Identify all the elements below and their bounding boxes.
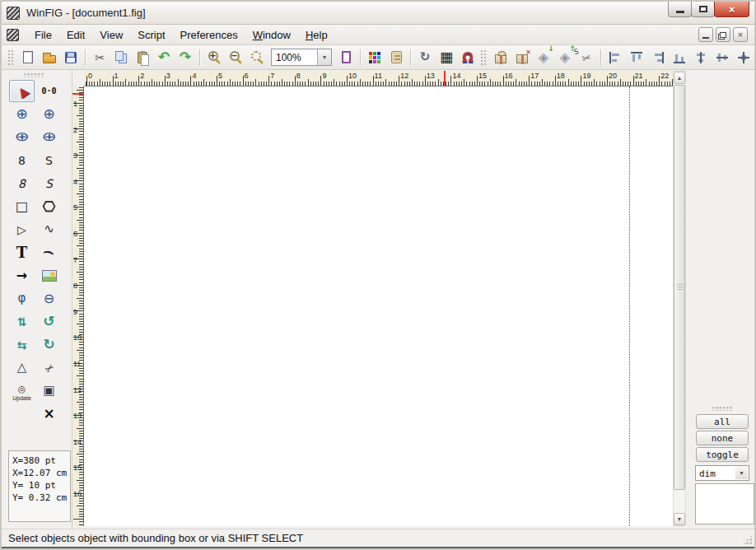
- align-right-button[interactable]: [648, 48, 668, 68]
- grid-button[interactable]: ▦: [436, 48, 456, 68]
- align-left-button[interactable]: [605, 48, 625, 68]
- tool-chord[interactable]: ⊖: [36, 287, 62, 310]
- menu-file[interactable]: File: [27, 26, 59, 44]
- merge-button[interactable]: ◈: [534, 48, 553, 68]
- menu-help[interactable]: Help: [298, 26, 335, 44]
- tool-scale[interactable]: △: [9, 357, 35, 379]
- restore-button[interactable]: [691, 2, 715, 17]
- align-bottom-button[interactable]: [670, 48, 689, 68]
- combo-arrow-icon[interactable]: ▼: [317, 49, 331, 65]
- align-center-both-button[interactable]: [734, 48, 754, 68]
- menu-script[interactable]: Script: [130, 26, 172, 44]
- tool-delete[interactable]: ×: [36, 403, 62, 425]
- tool-circle-by-radius[interactable]: ⊕: [9, 103, 35, 125]
- palette-drag-handle[interactable]: [23, 72, 44, 77]
- tool-flip-horizontal[interactable]: ⇆: [9, 333, 35, 356]
- layer-panel-drag-handle[interactable]: [712, 406, 733, 411]
- open-bezier-icon: S: [41, 175, 58, 192]
- tool-glue[interactable]: 0·0: [36, 80, 62, 102]
- resize-grip[interactable]: [742, 534, 753, 545]
- menu-preferences[interactable]: Preferences: [173, 26, 245, 44]
- tool-ellipse-by-radius[interactable]: ⊕: [9, 126, 35, 148]
- new-document-button[interactable]: [18, 48, 38, 68]
- tool-tangent[interactable]: φ: [9, 287, 35, 310]
- align-top-button[interactable]: [627, 48, 646, 68]
- paste-button[interactable]: [133, 48, 152, 68]
- tool-open-polyline[interactable]: ∿: [36, 218, 62, 240]
- layer-mode-dropdown[interactable]: dim ▼: [695, 465, 749, 481]
- depth-button[interactable]: [386, 48, 406, 68]
- tool-edit[interactable]: ▣: [36, 380, 62, 402]
- palette-button[interactable]: [365, 48, 385, 68]
- zoom-level-combo[interactable]: 100% ▼: [271, 49, 332, 66]
- vertical-scrollbar[interactable]: ▲ ▼: [673, 71, 686, 526]
- scroll-down-button[interactable]: ▼: [674, 513, 685, 525]
- tool-circle-by-diameter[interactable]: ⊕: [36, 103, 62, 125]
- toolbar-drag-handle[interactable]: [480, 49, 487, 66]
- rectangle-icon: □: [14, 198, 30, 215]
- tool-open-bezier[interactable]: S: [36, 172, 62, 194]
- redo-button[interactable]: ↷: [175, 48, 195, 68]
- coordinate-line: X=380 pt: [12, 454, 70, 467]
- close-button[interactable]: ×: [714, 2, 749, 17]
- open-spline-icon: S: [41, 152, 58, 169]
- tool-rotate-cw[interactable]: ↻: [36, 333, 62, 356]
- tool-picture[interactable]: [36, 264, 62, 287]
- tool-arrow[interactable]: →: [9, 264, 35, 287]
- redraw-button[interactable]: ↻: [415, 48, 435, 68]
- layer-none-button[interactable]: none: [696, 431, 749, 445]
- toolbar-separator: [410, 49, 411, 66]
- zoom-marquee-button[interactable]: [247, 48, 267, 68]
- drawing-canvas[interactable]: [84, 86, 673, 526]
- dropdown-arrow-icon[interactable]: ▼: [735, 467, 748, 479]
- save-file-button[interactable]: [61, 48, 81, 68]
- layer-list[interactable]: [695, 483, 754, 524]
- tool-ellipse-by-diameter[interactable]: ⊕: [36, 126, 62, 148]
- tool-closed-bezier[interactable]: 8: [9, 172, 35, 194]
- tool-arc[interactable]: (: [36, 241, 62, 263]
- break-button[interactable]: ✂: [576, 48, 596, 68]
- menu-edit[interactable]: Edit: [59, 26, 92, 44]
- tool-closed-polyline[interactable]: ▷: [9, 218, 35, 240]
- tool-rectangle[interactable]: □: [9, 195, 35, 217]
- cut-button[interactable]: ✂: [90, 48, 110, 68]
- status-bar: Select objects object with bounding box …: [2, 529, 754, 547]
- minimize-button[interactable]: [668, 2, 692, 17]
- group-button[interactable]: [491, 48, 511, 68]
- tool-rotate-ccw[interactable]: ↺: [36, 310, 62, 333]
- align-center-v-button[interactable]: [712, 48, 732, 68]
- vruler-number: 2: [73, 126, 77, 134]
- mdi-close-button[interactable]: ×: [733, 27, 748, 42]
- toolbar-drag-handle[interactable]: [7, 49, 14, 66]
- winfig-window: WinFIG - [document1.fig] × FileEditViewS…: [0, 0, 756, 550]
- align-center-h-button[interactable]: [691, 48, 711, 68]
- tool-flip-vertical[interactable]: ⇅: [9, 310, 35, 333]
- zoom-out-button[interactable]: −: [226, 48, 245, 68]
- snap-button[interactable]: Ω: [458, 48, 478, 68]
- scrollbar-thumb[interactable]: [674, 85, 685, 490]
- layer-all-button[interactable]: all: [696, 414, 749, 429]
- tool-text[interactable]: T: [9, 241, 35, 263]
- open-file-button[interactable]: [40, 48, 59, 68]
- mdi-restore-button[interactable]: [716, 27, 730, 42]
- mdi-window-controls: ×: [698, 27, 748, 42]
- menu-view[interactable]: View: [92, 26, 130, 44]
- page-orientation-button[interactable]: [336, 48, 356, 68]
- mdi-minimize-button[interactable]: [698, 27, 713, 42]
- tool-cut-point[interactable]: ✂: [36, 357, 62, 379]
- toolbar-separator: [600, 49, 601, 66]
- split-button[interactable]: ◈: [555, 48, 575, 68]
- tool-open-spline[interactable]: S: [36, 149, 62, 171]
- tool-update[interactable]: ◎Update: [9, 380, 35, 402]
- scroll-up-button[interactable]: ▲: [674, 72, 685, 84]
- tool-polygon[interactable]: [36, 195, 62, 217]
- copy-button[interactable]: [111, 48, 131, 68]
- title-bar[interactable]: WinFIG - [document1.fig] ×: [2, 2, 754, 25]
- tool-select[interactable]: ▲: [9, 80, 35, 102]
- layer-toggle-button[interactable]: toggle: [696, 447, 749, 462]
- menu-window[interactable]: Window: [245, 26, 298, 44]
- tool-closed-spline[interactable]: 8: [9, 149, 35, 171]
- ungroup-button[interactable]: [512, 48, 532, 68]
- undo-button[interactable]: ↶: [154, 48, 174, 68]
- zoom-in-button[interactable]: +: [204, 48, 224, 68]
